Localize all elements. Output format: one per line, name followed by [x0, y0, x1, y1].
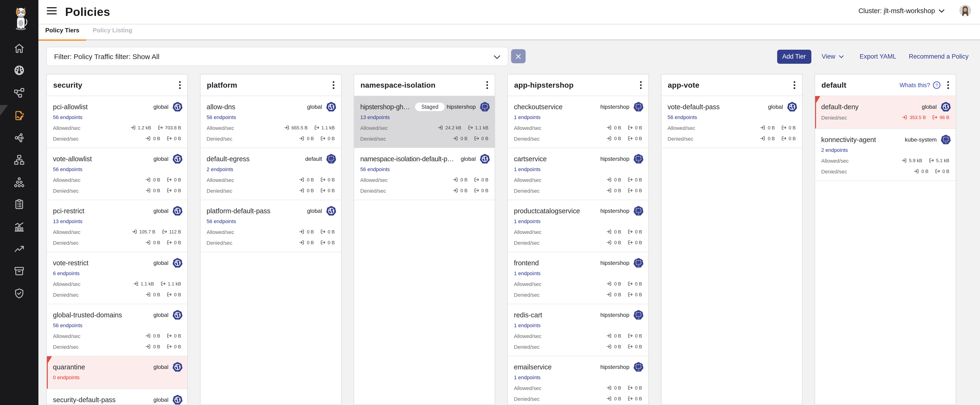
svg-text:ns: ns — [330, 161, 332, 163]
svg-text:ns: ns — [637, 213, 639, 215]
svg-text:ns: ns — [945, 142, 947, 144]
svg-text:ns: ns — [484, 109, 485, 111]
svg-text:ns: ns — [637, 161, 639, 163]
svg-text:ns: ns — [637, 109, 639, 111]
svg-text:ns: ns — [637, 317, 639, 319]
svg-text:?: ? — [935, 83, 938, 88]
svg-text:ns: ns — [637, 265, 639, 267]
svg-text:ns: ns — [637, 369, 639, 371]
